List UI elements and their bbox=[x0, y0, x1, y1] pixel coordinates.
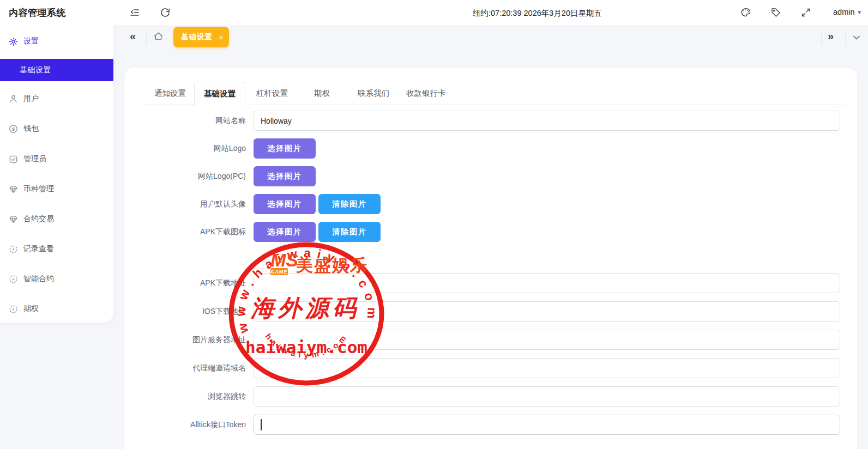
sidebar-item-settings[interactable]: 设置 bbox=[0, 33, 113, 50]
sidebar-item-records[interactable]: 记录查看 bbox=[0, 240, 113, 258]
choose-image-button[interactable]: 选择图片 bbox=[254, 138, 316, 159]
sidebar-item-label: 用户 bbox=[23, 94, 39, 104]
tag-icon[interactable] bbox=[770, 7, 781, 18]
sidebar-item-basic-settings[interactable]: 基础设置 bbox=[0, 59, 113, 81]
field-label: 网站名称 bbox=[124, 111, 246, 131]
dollar-circle-icon: $ bbox=[9, 124, 18, 134]
settings-tabs: 通知设置 基础设置 杠杆设置 期权 联系我们 收款银行卡 bbox=[142, 82, 846, 105]
form-row-site-name: 网站名称 bbox=[124, 111, 857, 131]
compass-icon bbox=[9, 305, 18, 314]
tab-label: 基础设置 bbox=[181, 32, 215, 42]
apk-download-url-input[interactable] bbox=[254, 273, 840, 293]
sidebar-item-currency-management[interactable]: 币种管理 bbox=[0, 180, 113, 198]
field-label: APK下载图标 bbox=[124, 222, 246, 242]
tab-leverage-settings[interactable]: 杠杆设置 bbox=[256, 88, 288, 99]
form-row-site-logo: 网站Logo 选择图片 bbox=[124, 138, 857, 159]
collapse-tabs-right-icon[interactable]: » bbox=[828, 31, 834, 41]
agent-invite-domain-input[interactable] bbox=[254, 358, 840, 378]
sidebar-item-smart-contracts[interactable]: 智能合约 bbox=[0, 270, 113, 288]
theme-palette-icon[interactable] bbox=[740, 7, 751, 18]
field-label: APK下载地址 bbox=[124, 273, 246, 293]
image-server-url-input[interactable] bbox=[254, 330, 840, 350]
gear-icon bbox=[9, 37, 18, 46]
form-row-site-logo-pc: 网站Logo(PC) 选择图片 bbox=[124, 166, 857, 186]
tab-options[interactable]: 期权 bbox=[314, 88, 330, 99]
fold-sidebar-icon[interactable] bbox=[129, 7, 140, 18]
field-label: 用户默认头像 bbox=[124, 194, 246, 214]
field-label: 图片服务器地址 bbox=[124, 330, 246, 350]
alltick-token-input[interactable] bbox=[254, 415, 840, 435]
sidebar-item-contract-trading[interactable]: 合约交易 bbox=[0, 210, 113, 228]
form-row-alltick-token: Alltick接口Token bbox=[124, 415, 857, 435]
close-icon[interactable]: × bbox=[219, 33, 224, 42]
clock-text: 纽约:07:20:39 2026年3月20日星期五 bbox=[473, 8, 602, 19]
sidebar: 设置 基础设置 用户 $ 钱包 管理员 币种管理 合约交易 bbox=[0, 25, 113, 323]
choose-image-button[interactable]: 选择图片 bbox=[254, 166, 316, 186]
choose-image-button[interactable]: 选择图片 bbox=[254, 194, 316, 214]
field-label: IOS下载地址 bbox=[124, 301, 246, 321]
home-icon[interactable] bbox=[153, 31, 164, 41]
sidebar-item-admins[interactable]: 管理员 bbox=[0, 150, 113, 168]
sidebar-item-users[interactable]: 用户 bbox=[0, 90, 113, 107]
gem-icon bbox=[9, 185, 18, 194]
sidebar-item-label: 管理员 bbox=[23, 154, 46, 164]
tab-contact-us[interactable]: 联系我们 bbox=[358, 88, 389, 99]
refresh-icon[interactable] bbox=[160, 7, 171, 18]
fullscreen-icon[interactable] bbox=[800, 7, 811, 18]
field-label: 网站Logo(PC) bbox=[124, 166, 246, 186]
field-label: Alltick接口Token bbox=[124, 415, 246, 435]
divider bbox=[821, 31, 822, 45]
user-menu[interactable]: admin ▾ bbox=[833, 8, 861, 16]
user-icon bbox=[9, 94, 18, 104]
username: admin bbox=[833, 8, 855, 16]
compass-icon bbox=[9, 275, 18, 284]
sidebar-item-label: 钱包 bbox=[23, 124, 39, 134]
text-cursor bbox=[261, 419, 262, 430]
field-label: 代理端邀请域名 bbox=[124, 358, 246, 378]
tab-bank-cards[interactable]: 收款银行卡 bbox=[406, 88, 446, 99]
sidebar-item-options[interactable]: 期权 bbox=[0, 300, 113, 318]
sidebar-item-label: 设置 bbox=[23, 37, 39, 46]
basic-settings-form: 网站名称 网站Logo 选择图片 网站Logo(PC) 选择图片 用户默认头像 … bbox=[124, 111, 857, 442]
sidebar-item-label: 币种管理 bbox=[23, 184, 54, 194]
clear-image-button[interactable]: 清除图片 bbox=[318, 194, 381, 214]
form-row-apk-icon: APK下载图标 选择图片 清除图片 bbox=[124, 222, 857, 242]
open-tab-basic-settings[interactable]: 基础设置 × bbox=[173, 27, 229, 47]
compass-icon bbox=[9, 245, 18, 254]
divider bbox=[845, 31, 846, 45]
sidebar-item-label: 智能合约 bbox=[23, 274, 54, 284]
form-row-browser-redirect: 浏览器跳转 bbox=[124, 386, 857, 406]
tab-list-chevron-down-icon[interactable] bbox=[852, 33, 861, 43]
form-row-agent-domain: 代理端邀请域名 bbox=[124, 358, 857, 378]
form-row-default-avatar: 用户默认头像 选择图片 清除图片 bbox=[124, 194, 857, 214]
divider bbox=[146, 31, 147, 45]
settings-panel: 通知设置 基础设置 杠杆设置 期权 联系我们 收款银行卡 网站名称 网站Logo… bbox=[124, 68, 857, 449]
browser-redirect-input[interactable] bbox=[254, 386, 840, 406]
tab-notification-settings[interactable]: 通知设置 bbox=[154, 88, 186, 99]
tab-basic-settings[interactable]: 基础设置 bbox=[194, 82, 245, 106]
app-title: 内容管理系统 bbox=[9, 7, 66, 19]
choose-image-button[interactable]: 选择图片 bbox=[254, 222, 316, 242]
form-row-apk-url: APK下载地址 bbox=[124, 273, 857, 293]
collapse-tabs-left-icon[interactable]: « bbox=[130, 31, 136, 41]
field-label: 浏览器跳转 bbox=[124, 386, 246, 406]
form-row-image-server: 图片服务器地址 bbox=[124, 330, 857, 350]
svg-text:$: $ bbox=[12, 126, 15, 131]
gem-icon bbox=[9, 215, 18, 224]
ios-download-url-input[interactable] bbox=[254, 301, 840, 321]
badge-check-icon bbox=[9, 155, 18, 164]
clear-image-button[interactable]: 清除图片 bbox=[318, 222, 381, 242]
top-bar: 内容管理系统 纽约:07:20:39 2026年3月20日星期五 admin ▾ bbox=[0, 0, 868, 25]
sidebar-item-wallet[interactable]: $ 钱包 bbox=[0, 120, 113, 137]
site-name-input[interactable] bbox=[254, 111, 840, 131]
sidebar-item-label: 期权 bbox=[23, 304, 39, 314]
form-row-ios-url: IOS下载地址 bbox=[124, 301, 857, 321]
sidebar-item-label: 记录查看 bbox=[23, 244, 54, 254]
sidebar-item-label: 合约交易 bbox=[23, 214, 54, 224]
field-label: 网站Logo bbox=[124, 138, 246, 159]
caret-down-icon: ▾ bbox=[858, 9, 861, 16]
